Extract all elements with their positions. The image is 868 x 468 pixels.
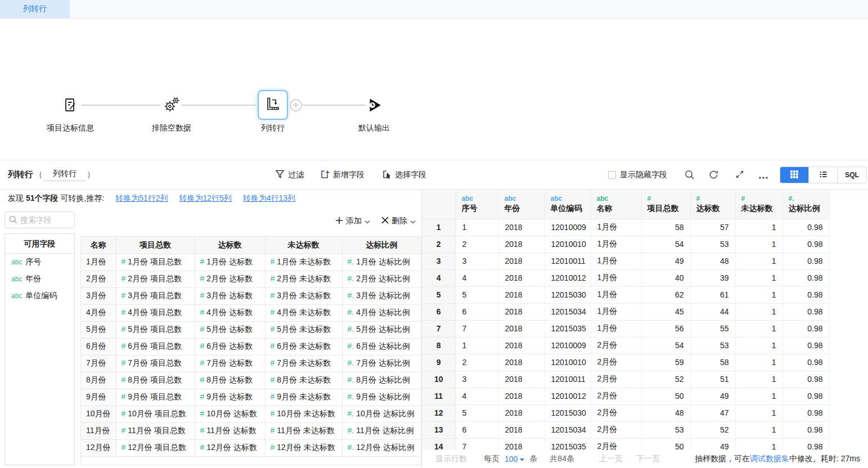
mapping-field-cell[interactable]: #12月份 项目总数 [116, 439, 195, 456]
node-default-output[interactable] [366, 97, 383, 115]
numeric-field-icon: # [122, 392, 126, 401]
filter-button[interactable]: 过滤 [275, 160, 304, 190]
mapping-field-cell[interactable]: #.4月份 达标比例 [342, 304, 421, 321]
mapping-field-cell[interactable]: #3月份 达标数 [195, 287, 265, 304]
data-column-header[interactable]: #达标数 [690, 190, 735, 219]
column-type-icon: abc [597, 195, 636, 203]
search-icon[interactable] [684, 169, 695, 182]
delete-row-button[interactable]: 删除 [381, 215, 416, 227]
mapping-field-cell[interactable]: #2月份 项目总数 [116, 271, 195, 287]
mapping-field-cell[interactable]: #.12月份 达标比例 [342, 439, 421, 456]
mapping-field-cell[interactable]: #8月份 项目总数 [116, 372, 195, 389]
data-column-header[interactable]: #.达标比例 [782, 190, 829, 219]
suggestion-link-3[interactable]: 转换为4行13列 [243, 194, 295, 202]
node-source[interactable] [62, 97, 79, 115]
data-column-header[interactable]: abc年份 [498, 190, 545, 219]
node-column-to-row[interactable] [258, 90, 288, 120]
mapping-row: 4月份#4月份 项目总数#4月份 达标数#4月份 未达标数#.4月份 达标比例 [81, 304, 421, 321]
mapping-field-cell[interactable]: #6月份 达标数 [195, 338, 265, 355]
mapping-field-cell[interactable]: #1月份 未达标数 [265, 254, 342, 271]
data-column-header[interactable]: #项目总数 [641, 190, 690, 219]
mapping-field-cell[interactable]: #12月份 未达标数 [265, 439, 342, 456]
list-view-button[interactable] [809, 167, 838, 183]
data-cell: 56 [641, 320, 690, 337]
expand-icon[interactable] [735, 169, 745, 181]
mapping-field-cell[interactable]: #5月份 项目总数 [116, 321, 195, 338]
prev-page-button[interactable]: 上一页 [599, 454, 623, 464]
mapping-field-cell[interactable]: #.11月份 达标比例 [342, 422, 421, 439]
refresh-icon[interactable] [708, 169, 719, 182]
mapping-field-cell[interactable]: #.9月份 达标比例 [342, 389, 421, 406]
mapping-field-cell[interactable]: #5月份 未达标数 [265, 321, 342, 338]
show-hidden-checkbox[interactable] [608, 171, 616, 179]
data-cell: 2月份 [591, 354, 641, 371]
sql-view-button[interactable]: SQL [838, 167, 866, 183]
mapping-field-cell[interactable]: #6月份 项目总数 [116, 338, 195, 355]
mapping-field-cell[interactable]: #.7月份 达标比例 [342, 355, 421, 372]
mapping-field-cell[interactable]: #7月份 达标数 [195, 355, 265, 372]
mapping-field-cell[interactable]: #4月份 项目总数 [116, 304, 195, 321]
debug-dataset-link[interactable]: 调试数据集 [750, 454, 789, 464]
mapping-field-cell[interactable]: #.1月份 达标比例 [342, 254, 421, 271]
data-preview-panel: abc序号abc年份abc单位编码abc名称#项目总数#达标数#未达标数#.达标… [422, 190, 868, 468]
mapping-field-cell[interactable]: #9月份 项目总数 [116, 389, 195, 406]
data-column-header[interactable]: abc名称 [591, 190, 641, 219]
data-column-header[interactable]: #未达标数 [735, 190, 782, 219]
per-page-select[interactable]: 100 [505, 454, 524, 464]
add-row-button[interactable]: 添加 [335, 215, 370, 227]
data-cell: 49 [690, 388, 735, 404]
field-item[interactable]: abc序号 [5, 254, 74, 271]
mapping-field-cell[interactable]: #12月份 达标数 [195, 439, 265, 456]
mapping-field-cell[interactable]: #10月份 项目总数 [116, 406, 195, 422]
mapping-field-cell[interactable]: #9月份 未达标数 [265, 389, 342, 406]
data-column-header[interactable]: abc序号 [456, 190, 498, 219]
mapping-column-header: 未达标数 [265, 237, 342, 254]
data-column-header[interactable]: abc单位编码 [545, 190, 591, 219]
mapping-field-cell[interactable]: #5月份 达标数 [195, 321, 265, 338]
mapping-field-cell[interactable]: #11月份 项目总数 [116, 422, 195, 439]
new-field-button[interactable]: 新增字段 [320, 160, 365, 190]
mapping-field-cell[interactable]: #1月份 项目总数 [116, 254, 195, 271]
table-view-button[interactable] [780, 167, 809, 183]
data-cell: 12010011 [545, 253, 591, 269]
next-page-button[interactable]: 下一页 [636, 454, 660, 464]
add-node-button[interactable] [290, 99, 302, 111]
suggestion-link-2[interactable]: 转换为12行5列 [179, 194, 232, 202]
mapping-field-cell[interactable]: #11月份 未达标数 [265, 422, 342, 439]
mapping-field-cell[interactable]: #10月份 达标数 [195, 406, 265, 422]
more-actions-icon[interactable] [758, 173, 768, 182]
select-field-button[interactable]: 选择字段 [381, 160, 426, 190]
mapping-field-cell[interactable]: #4月份 未达标数 [265, 304, 342, 321]
row-number-cell: 12 [422, 404, 456, 421]
mapping-field-cell[interactable]: #.3月份 达标比例 [342, 287, 421, 304]
mapping-field-cell[interactable]: #1月份 达标数 [195, 254, 265, 271]
mapping-field-cell[interactable]: #3月份 项目总数 [116, 287, 195, 304]
field-item[interactable]: abc单位编码 [5, 287, 74, 304]
mapping-field-cell[interactable]: #8月份 未达标数 [265, 372, 342, 389]
mapping-field-cell[interactable]: #.5月份 达标比例 [342, 321, 421, 338]
mapping-field-cell[interactable]: #3月份 未达标数 [265, 287, 342, 304]
mapping-field-cell[interactable]: #.6月份 达标比例 [342, 338, 421, 355]
mapping-field-cell[interactable]: #4月份 达标数 [195, 304, 265, 321]
field-search-input[interactable] [20, 215, 69, 224]
field-item[interactable]: abc年份 [5, 271, 74, 287]
mapping-field-cell[interactable]: #2月份 未达标数 [265, 271, 342, 287]
mapping-field-cell[interactable]: #.10月份 达标比例 [342, 406, 421, 422]
mapping-field-cell[interactable]: #7月份 未达标数 [265, 355, 342, 372]
mapping-field-cell[interactable]: #.8月份 达标比例 [342, 372, 421, 389]
mapping-field-cell[interactable]: #10月份 未达标数 [265, 406, 342, 422]
show-hidden-fields-toggle[interactable]: 显示隐藏字段 [608, 160, 667, 190]
mapping-field-cell[interactable]: #7月份 项目总数 [116, 355, 195, 372]
mapping-field-cell[interactable]: #2月份 达标数 [195, 271, 265, 287]
step-name-editable[interactable]: 列转行 [44, 168, 86, 181]
numeric-field-icon: #. [348, 426, 354, 435]
node-exclude-empty[interactable] [162, 95, 181, 116]
tab-column-to-row[interactable]: 列转行 [0, 0, 70, 18]
column-label: 达标数 [696, 203, 730, 214]
mapping-field-cell[interactable]: #.2月份 达标比例 [342, 271, 421, 287]
mapping-field-cell[interactable]: #8月份 达标数 [195, 372, 265, 389]
mapping-field-cell[interactable]: #9月份 达标数 [195, 389, 265, 406]
mapping-field-cell[interactable]: #11月份 达标数 [195, 422, 265, 439]
mapping-field-cell[interactable]: #6月份 未达标数 [265, 338, 342, 355]
suggestion-link-1[interactable]: 转换为51行2列 [115, 194, 168, 202]
